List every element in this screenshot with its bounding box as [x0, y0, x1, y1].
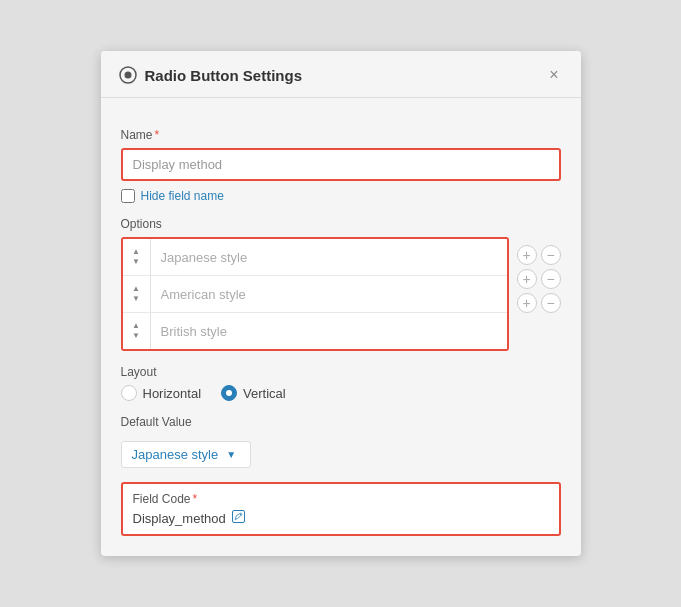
hide-field-checkbox[interactable] — [121, 189, 135, 203]
spinner-down-1[interactable]: ▼ — [130, 257, 142, 267]
chevron-down-icon: ▼ — [226, 449, 236, 460]
layout-section: Layout Horizontal Vertical — [121, 365, 561, 401]
dialog-header: Radio Button Settings × — [101, 51, 581, 98]
name-input[interactable] — [121, 148, 561, 181]
name-section-label: Name* — [121, 128, 561, 142]
option-row-2: ▲ ▼ — [123, 276, 507, 313]
add-option-2-button[interactable]: + — [517, 269, 537, 289]
default-value-label: Default Value — [121, 415, 561, 429]
field-code-section: Field Code* Display_method — [121, 482, 561, 536]
dialog-title: Radio Button Settings — [145, 67, 546, 84]
option-input-3[interactable] — [151, 316, 507, 347]
field-code-value-row: Display_method — [133, 510, 549, 526]
option-input-1[interactable] — [151, 242, 507, 273]
field-code-label: Field Code* — [133, 492, 549, 506]
svg-rect-2 — [232, 511, 244, 523]
spinner-down-2[interactable]: ▼ — [130, 294, 142, 304]
default-dropdown-text: Japanese style — [132, 447, 219, 462]
option-row-3: ▲ ▼ — [123, 313, 507, 349]
default-value-dropdown[interactable]: Japanese style ▼ — [121, 441, 251, 468]
add-option-3-button[interactable]: + — [517, 293, 537, 313]
remove-option-2-button[interactable]: − — [541, 269, 561, 289]
default-value-section: Default Value Japanese style ▼ — [121, 415, 561, 468]
svg-point-1 — [124, 72, 131, 79]
remove-option-1-button[interactable]: − — [541, 245, 561, 265]
option-spinner-2: ▲ ▼ — [123, 276, 151, 312]
dialog-body: Name* Hide field name Options ▲ ▼ ▲ — [101, 98, 581, 556]
option-input-2[interactable] — [151, 279, 507, 310]
radio-button-icon — [119, 66, 137, 84]
svg-line-3 — [240, 514, 242, 516]
horizontal-radio-circle — [121, 385, 137, 401]
vertical-radio-label: Vertical — [243, 386, 286, 401]
option-actions-1: + − — [517, 245, 561, 265]
option-actions-2: + − — [517, 269, 561, 289]
edit-field-code-icon[interactable] — [232, 510, 245, 526]
horizontal-radio-label: Horizontal — [143, 386, 202, 401]
hide-field-row: Hide field name — [121, 189, 561, 203]
options-section-label: Options — [121, 217, 561, 231]
vertical-radio-circle — [221, 385, 237, 401]
layout-options: Horizontal Vertical — [121, 385, 561, 401]
options-container: ▲ ▼ ▲ ▼ ▲ ▼ — [121, 237, 509, 351]
layout-section-label: Layout — [121, 365, 561, 379]
add-option-1-button[interactable]: + — [517, 245, 537, 265]
option-spinner-1: ▲ ▼ — [123, 239, 151, 275]
remove-option-3-button[interactable]: − — [541, 293, 561, 313]
field-code-value: Display_method — [133, 511, 226, 526]
layout-vertical-option[interactable]: Vertical — [221, 385, 286, 401]
spinner-up-3[interactable]: ▲ — [130, 321, 142, 331]
option-action-buttons: + − + − + − — [517, 237, 561, 313]
spinner-up-2[interactable]: ▲ — [130, 284, 142, 294]
required-star: * — [155, 128, 160, 142]
close-button[interactable]: × — [545, 65, 562, 85]
spinner-up-1[interactable]: ▲ — [130, 247, 142, 257]
layout-horizontal-option[interactable]: Horizontal — [121, 385, 202, 401]
option-actions-3: + − — [517, 293, 561, 313]
hide-field-label[interactable]: Hide field name — [141, 189, 224, 203]
field-code-required-star: * — [193, 492, 198, 506]
option-spinner-3: ▲ ▼ — [123, 313, 151, 349]
option-row-1: ▲ ▼ — [123, 239, 507, 276]
radio-button-settings-dialog: Radio Button Settings × Name* Hide field… — [101, 51, 581, 556]
spinner-down-3[interactable]: ▼ — [130, 331, 142, 341]
